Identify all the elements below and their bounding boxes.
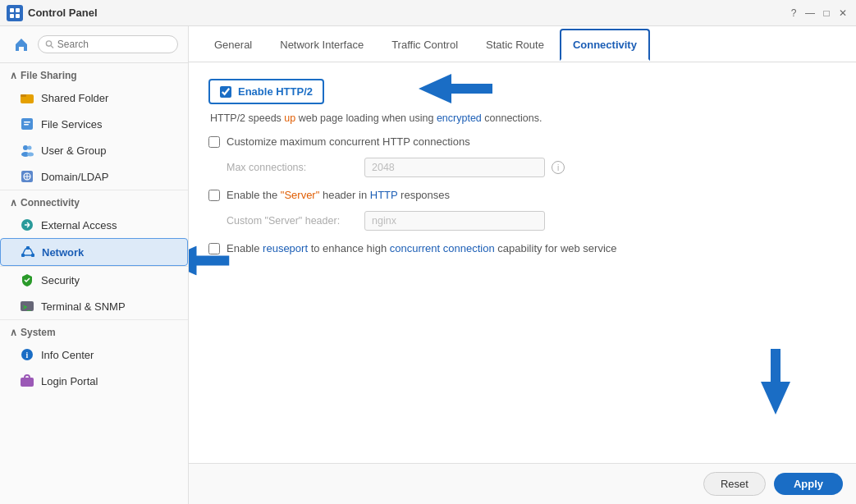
max-connections-field-label: Max connections: <box>227 162 358 173</box>
reset-button[interactable]: Reset <box>703 472 766 496</box>
sidebar-label-domain-ldap: Domain/LDAP <box>41 171 108 183</box>
home-button[interactable] <box>10 33 33 56</box>
terminal-icon: >_ <box>20 299 34 314</box>
footer: Reset Apply <box>189 463 856 504</box>
server-header-field-row: Custom "Server" header: <box>227 211 836 231</box>
title-bar: Control Panel ? — □ ✕ <box>0 0 856 26</box>
tab-static-route[interactable]: Static Route <box>474 30 556 60</box>
svg-point-4 <box>46 41 51 46</box>
max-connections-input[interactable] <box>364 158 545 177</box>
arrow-http2 <box>419 74 492 103</box>
login-portal-icon <box>20 373 34 388</box>
svg-rect-20 <box>21 254 25 257</box>
content-area: General Network Interface Traffic Contro… <box>189 26 856 504</box>
svg-marker-30 <box>761 349 790 415</box>
tab-network-interface[interactable]: Network Interface <box>268 30 376 60</box>
sidebar-header <box>0 26 188 63</box>
sidebar-label-shared-folder: Shared Folder <box>41 92 108 104</box>
svg-line-5 <box>51 46 53 48</box>
domain-icon <box>20 169 34 184</box>
sidebar-item-login-portal[interactable]: Login Portal <box>0 368 188 394</box>
tab-bar: General Network Interface Traffic Contro… <box>189 26 856 62</box>
tab-traffic-control[interactable]: Traffic Control <box>379 30 470 60</box>
network-icon <box>21 245 35 259</box>
window-title: Control Panel <box>28 7 98 19</box>
sidebar-label-file-services: File Services <box>41 118 102 131</box>
search-input[interactable] <box>57 39 171 50</box>
svg-rect-27 <box>21 378 34 387</box>
max-connections-row[interactable]: Customize maximum concurrent HTTP connec… <box>208 135 836 148</box>
app-icon <box>7 5 23 21</box>
svg-rect-9 <box>24 121 30 123</box>
server-header-field-label: Custom "Server" header: <box>227 215 358 227</box>
http2-label: Enable HTTP/2 <box>238 85 313 98</box>
sidebar: ∧ File Sharing Shared Folder File Servic… <box>0 26 189 504</box>
arrow-apply <box>761 349 790 417</box>
apply-button[interactable]: Apply <box>774 473 843 495</box>
svg-rect-21 <box>31 254 34 257</box>
svg-rect-10 <box>24 124 29 126</box>
file-services-icon <box>20 117 34 131</box>
sidebar-item-security[interactable]: Security <box>0 266 188 293</box>
http2-enable-row[interactable]: Enable HTTP/2 <box>208 79 324 104</box>
svg-rect-2 <box>10 14 14 18</box>
sidebar-label-network: Network <box>42 246 84 259</box>
section-system[interactable]: ∧ System <box>0 319 188 341</box>
info-icon[interactable]: i <box>552 161 565 174</box>
security-icon <box>20 273 34 287</box>
window-controls[interactable]: ? — □ ✕ <box>787 7 849 20</box>
sidebar-item-info-center[interactable]: i Info Center <box>0 341 188 368</box>
svg-rect-22 <box>26 246 30 250</box>
svg-point-14 <box>27 153 34 157</box>
reuseport-row[interactable]: Enable reuseport to enhance high concurr… <box>208 242 836 254</box>
chevron-system-icon: ∧ <box>10 327 17 338</box>
tab-connectivity[interactable]: Connectivity <box>560 29 650 61</box>
help-button[interactable]: ? <box>787 7 800 20</box>
external-access-icon <box>20 218 34 232</box>
server-header-checkbox[interactable] <box>208 190 220 201</box>
close-button[interactable]: ✕ <box>836 7 849 20</box>
max-connections-checkbox[interactable] <box>208 136 220 148</box>
server-header-label: Enable the "Server" header in HTTP respo… <box>227 189 450 201</box>
sidebar-item-terminal-snmp[interactable]: >_ Terminal & SNMP <box>0 293 188 319</box>
sidebar-label-info-center: Info Center <box>41 349 94 361</box>
svg-marker-29 <box>419 74 492 103</box>
max-connections-label: Customize maximum concurrent HTTP connec… <box>227 135 470 148</box>
sidebar-item-external-access[interactable]: External Access <box>0 212 188 238</box>
sidebar-label-user-group: User & Group <box>41 144 106 157</box>
folder-icon <box>20 90 34 105</box>
section-connectivity[interactable]: ∧ Connectivity <box>0 190 188 212</box>
svg-rect-1 <box>16 8 20 12</box>
reuseport-checkbox[interactable] <box>208 243 220 254</box>
sidebar-label-external-access: External Access <box>41 219 117 231</box>
search-icon <box>45 39 54 49</box>
sidebar-item-shared-folder[interactable]: Shared Folder <box>0 85 188 111</box>
tab-general[interactable]: General <box>202 30 264 60</box>
server-header-row[interactable]: Enable the "Server" header in HTTP respo… <box>208 189 836 201</box>
server-header-input[interactable] <box>364 211 545 231</box>
sidebar-label-terminal: Terminal & SNMP <box>41 300 126 313</box>
chevron-connectivity-icon: ∧ <box>10 197 17 208</box>
svg-text:i: i <box>26 351 29 360</box>
content-panel: Enable HTTP/2 HTTP/2 speeds up web page … <box>189 62 856 463</box>
maximize-button[interactable]: □ <box>820 7 833 20</box>
sidebar-item-file-services[interactable]: File Services <box>0 111 188 137</box>
sidebar-label-security: Security <box>41 274 80 286</box>
search-box[interactable] <box>38 35 178 53</box>
http2-description: HTTP/2 speeds up web page loading when u… <box>208 112 836 124</box>
section-file-sharing[interactable]: ∧ File Sharing <box>0 63 188 85</box>
sidebar-item-network[interactable]: Network <box>0 238 188 266</box>
http2-checkbox[interactable] <box>220 86 231 98</box>
svg-rect-3 <box>16 14 20 18</box>
minimize-button[interactable]: — <box>803 7 817 20</box>
sidebar-item-user-group[interactable]: User & Group <box>0 137 188 163</box>
svg-point-11 <box>23 145 28 150</box>
svg-rect-7 <box>21 94 26 97</box>
sidebar-item-domain-ldap[interactable]: Domain/LDAP <box>0 163 188 190</box>
chevron-down-icon: ∧ <box>10 70 17 81</box>
svg-text:>_: >_ <box>23 304 31 311</box>
sidebar-label-login-portal: Login Portal <box>41 375 98 387</box>
reuseport-label: Enable reuseport to enhance high concurr… <box>227 242 617 254</box>
svg-point-12 <box>28 146 32 150</box>
app-body: ∧ File Sharing Shared Folder File Servic… <box>0 26 856 504</box>
